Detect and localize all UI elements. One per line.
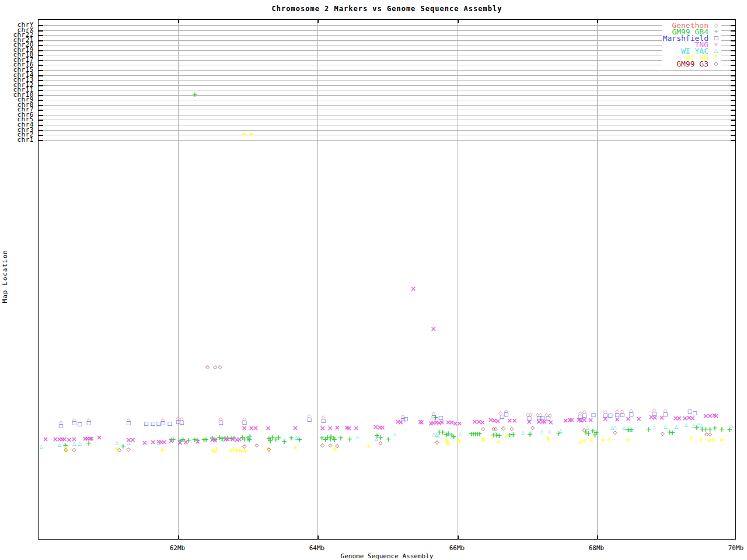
chromosome-line — [39, 140, 735, 141]
marker-g3: ◇ — [64, 447, 68, 453]
chromosome-tick-right — [731, 130, 735, 131]
x-tick-bottom — [458, 536, 459, 539]
chromosome-line — [39, 110, 735, 110]
marker-gb4: + — [510, 431, 516, 438]
chromosome-tick-left — [39, 90, 43, 91]
chromosome-line — [39, 35, 735, 36]
marker-tng: × — [346, 425, 352, 432]
chromosome-tick-left — [39, 35, 43, 36]
marker-yac: △ — [685, 423, 688, 428]
marker-yac: △ — [356, 435, 359, 440]
marker-g3: ◇ — [205, 365, 210, 370]
marker-yac: △ — [78, 442, 82, 446]
marker-tng: × — [431, 326, 437, 332]
marker-rh: * — [608, 436, 612, 444]
marker-yac: △ — [652, 425, 656, 430]
chromosome-line — [39, 120, 735, 120]
marker-tng: × — [168, 438, 174, 444]
marker-marshfield: □ — [144, 421, 149, 426]
chromosome-tick-right — [731, 105, 735, 106]
marker-yac: △ — [494, 431, 497, 436]
legend-label-g3: GM99 G3 — [676, 61, 708, 67]
marker-yac: △ — [393, 432, 396, 437]
marker-gb4: + — [669, 429, 675, 436]
chromosome-tick-right — [731, 40, 735, 41]
marker-g3: ◇ — [127, 447, 131, 452]
chromosome-tick-left — [39, 135, 43, 136]
marker-tng: × — [659, 414, 665, 421]
chromosome-tick-right — [731, 65, 735, 66]
chromosome-tick-right — [731, 85, 735, 86]
chromosome-tick-left — [39, 60, 43, 61]
marker-yac: △ — [72, 442, 76, 446]
marker-rh: * — [582, 438, 587, 446]
marker-g3: ◇ — [255, 443, 259, 448]
chromosome-tick-left — [39, 45, 43, 46]
chromosome-line — [39, 90, 735, 90]
chromosome-line — [39, 50, 735, 51]
marker-tng: × — [569, 416, 575, 424]
marker-yac: △ — [629, 428, 633, 432]
marker-tng: × — [548, 419, 554, 426]
marker-tng: × — [588, 416, 594, 424]
chromosome-tick-left — [39, 100, 43, 101]
chromosome-line — [39, 65, 735, 65]
chromosome-tick-right — [731, 95, 735, 96]
marker-marshfield: □ — [403, 416, 409, 422]
marker-marshfield: □ — [608, 413, 613, 418]
chromosome-tick-left — [39, 70, 43, 71]
plot-area: Genethon◇GM99 GB4+Marshfield□TNG×WI YAC△… — [38, 19, 736, 540]
legend-row-marshfield: Marshfield□ — [662, 35, 721, 41]
marker-g3: ◇ — [613, 430, 617, 435]
marker-rh: * — [689, 435, 693, 443]
marker-yac: △ — [127, 441, 130, 446]
marker-tng: × — [398, 419, 404, 426]
marker-gb4: + — [645, 426, 651, 433]
chromosome-tick-left — [39, 120, 43, 121]
marker-yac: △ — [529, 430, 532, 435]
x-tick-bottom — [597, 536, 598, 539]
chromosome-line — [39, 30, 735, 31]
marker-gb4: + — [712, 425, 718, 432]
marker-gb4: + — [719, 426, 725, 433]
marker-rh: * — [505, 434, 509, 442]
chromosome-line — [39, 60, 735, 61]
marker-rh: * — [589, 437, 594, 445]
marker-marshfield: □ — [179, 420, 184, 425]
marker-yac: △ — [547, 429, 551, 434]
marker-yac: △ — [58, 443, 61, 447]
marker-marshfield: □ — [151, 421, 156, 426]
marker-tng: × — [89, 435, 95, 442]
chromosome-tick-right — [731, 125, 735, 126]
marker-marshfield: □ — [321, 418, 326, 424]
marker-g3: ◇ — [582, 428, 587, 433]
marker-gb4: + — [203, 436, 209, 443]
chromosome-line — [39, 115, 735, 116]
marker-tng: × — [495, 418, 501, 425]
marker-tng: × — [150, 439, 156, 446]
marker-rh: * — [497, 439, 501, 447]
chromosome-tick-right — [731, 110, 735, 111]
x-gridline — [178, 20, 179, 539]
marker-g3: ◇ — [509, 426, 514, 432]
marker-g3: ◇ — [320, 443, 324, 448]
marker-rh: * — [601, 437, 605, 445]
marker-gb4: + — [451, 433, 457, 440]
marker-yac: △ — [375, 437, 378, 442]
marker-gb4: + — [281, 438, 287, 445]
marker-yac: △ — [115, 440, 118, 445]
marker-gb4: + — [347, 436, 352, 443]
marker-g3: ◇ — [213, 365, 217, 370]
chromosome-tick-right — [731, 115, 735, 116]
legend-row-g3: GM99 G3◇ — [662, 61, 721, 67]
marker-rh: * — [446, 441, 450, 449]
x-gridline — [458, 20, 458, 539]
chromosome-tick-right — [731, 30, 735, 32]
marker-rh: * — [547, 436, 551, 444]
tng-marker-icon: × — [712, 41, 720, 48]
marker-tng: × — [542, 418, 547, 425]
chromosome-tick-right — [731, 45, 735, 46]
chromosome-line — [39, 75, 735, 76]
marker-rh: * — [711, 437, 715, 445]
chromosome-line — [39, 80, 735, 80]
